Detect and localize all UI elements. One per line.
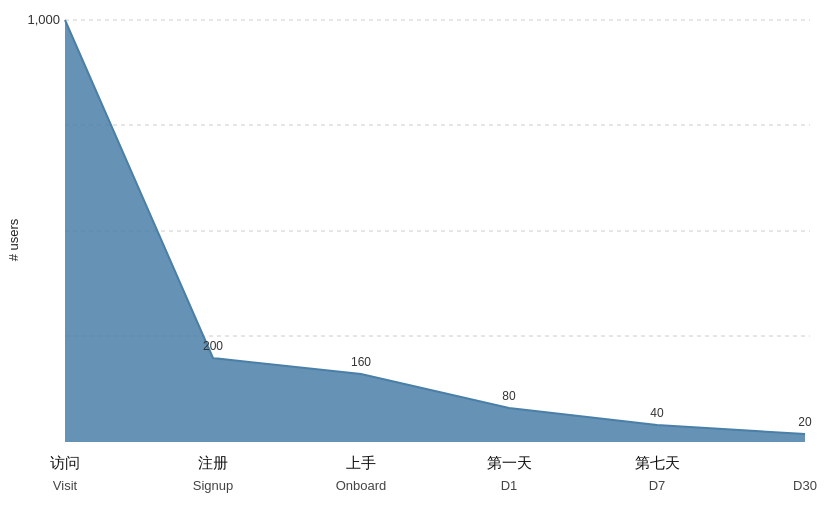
x-label-signup-chinese: 注册 [198, 454, 228, 471]
y-label-1000: 1,000 [27, 12, 60, 27]
data-label-signup: 200 [203, 339, 223, 353]
x-label-onboard-english: Onboard [336, 478, 387, 493]
x-label-d1-chinese: 第一天 [487, 454, 532, 471]
data-label-d1: 80 [502, 389, 516, 403]
x-label-onboard-chinese: 上手 [346, 454, 376, 471]
funnel-chart: 1,000 # users 200 160 80 40 20 访问 注册 上手 … [0, 0, 825, 522]
data-label-d7: 40 [650, 406, 664, 420]
x-label-visit-chinese: 访问 [50, 454, 80, 471]
x-label-signup-english: Signup [193, 478, 233, 493]
y-axis-title: # users [6, 218, 21, 261]
x-label-d30-english: D30 [793, 478, 817, 493]
x-label-d1-english: D1 [501, 478, 518, 493]
data-label-d30: 20 [798, 415, 812, 429]
x-label-visit-english: Visit [53, 478, 78, 493]
x-label-d7-english: D7 [649, 478, 666, 493]
data-label-onboard: 160 [351, 355, 371, 369]
chart-container: 1,000 # users 200 160 80 40 20 访问 注册 上手 … [0, 0, 825, 522]
x-label-d7-chinese: 第七天 [635, 454, 680, 471]
